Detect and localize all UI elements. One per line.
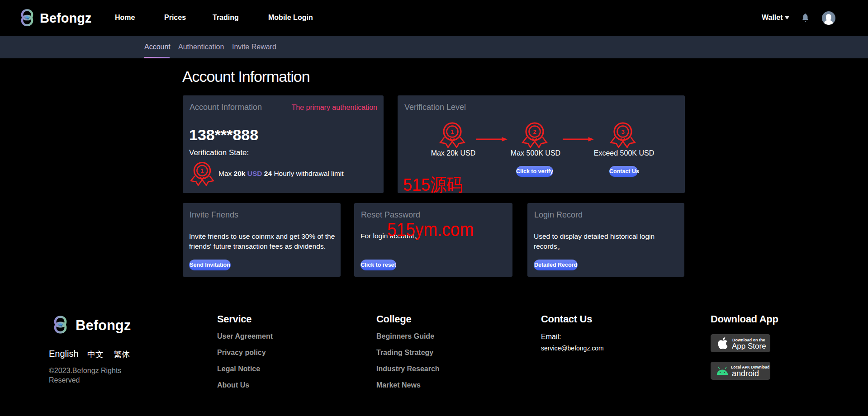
svg-text:1: 1 [451, 128, 454, 135]
svg-text:3: 3 [621, 128, 624, 135]
svg-text:2: 2 [533, 128, 536, 135]
svg-text:1: 1 [201, 168, 204, 174]
